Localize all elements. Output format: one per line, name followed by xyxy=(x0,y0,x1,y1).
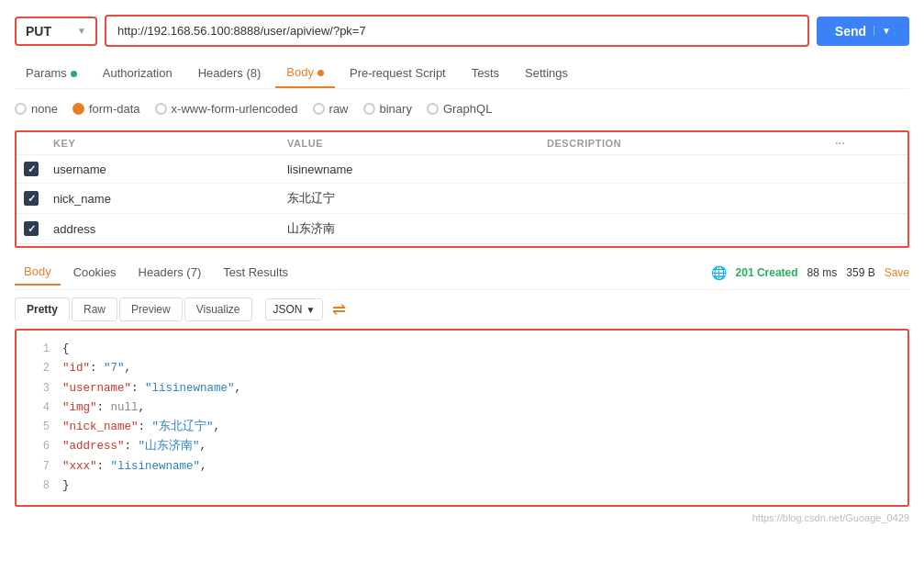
radio-raw[interactable]: raw xyxy=(313,102,349,116)
code-segment: { xyxy=(62,342,70,355)
code-segment: : xyxy=(97,401,111,414)
resp-tab-test-results[interactable]: Test Results xyxy=(214,260,297,285)
line-content: } xyxy=(62,477,70,496)
resp-tab-body[interactable]: Body xyxy=(15,259,61,286)
json-tab-visualize[interactable]: Visualize xyxy=(184,297,252,321)
json-format-label: JSON xyxy=(273,303,303,316)
method-select[interactable]: PUT ▼ xyxy=(15,17,97,46)
resp-tab-headers[interactable]: Headers (7) xyxy=(129,260,211,285)
method-chevron-icon: ▼ xyxy=(77,26,86,36)
row-key: nick_name xyxy=(46,184,280,214)
table-row: ✓address山东济南 xyxy=(17,214,907,244)
th-checkbox xyxy=(17,132,46,155)
th-key: KEY xyxy=(46,132,280,155)
params-dot xyxy=(71,71,77,77)
code-segment: : xyxy=(131,382,145,395)
app-container: PUT ▼ Send ▼ Params Authorization Header… xyxy=(0,0,924,572)
comma: , xyxy=(200,460,207,473)
row-description xyxy=(540,155,828,184)
watermark: https://blog.csdn.net/Guoage_0429 xyxy=(15,512,909,523)
code-line: 6 "address": "山东济南", xyxy=(17,437,907,456)
line-number: 1 xyxy=(24,340,50,359)
json-format-select[interactable]: JSON ▼ xyxy=(265,298,324,320)
params-table: KEY VALUE DESCRIPTION ··· ✓usernamelisin… xyxy=(17,132,907,244)
line-content: "address": "山东济南", xyxy=(62,437,206,456)
body-dot xyxy=(317,70,324,76)
code-segment: "lisinewname" xyxy=(111,460,201,473)
code-line: 5 "nick_name": "东北辽宁", xyxy=(17,418,907,437)
comma: , xyxy=(125,362,132,375)
checkbox-cell: ✓ xyxy=(17,214,46,244)
code-segment: "address" xyxy=(62,440,125,453)
radio-none[interactable]: none xyxy=(15,102,58,116)
code-segment: } xyxy=(62,479,70,492)
json-tabs-row: Pretty Raw Preview Visualize JSON ▼ ⇌ xyxy=(15,297,909,321)
line-number: 2 xyxy=(24,359,50,378)
url-input[interactable] xyxy=(105,15,809,47)
tab-params[interactable]: Params xyxy=(15,59,88,87)
code-segment: "nick_name" xyxy=(62,421,139,433)
code-line: 3 "username": "lisinewname", xyxy=(17,379,907,398)
radio-form-data[interactable]: form-data xyxy=(72,102,140,116)
json-tab-raw[interactable]: Raw xyxy=(72,297,117,321)
row-checkbox[interactable]: ✓ xyxy=(24,191,39,206)
row-value: 东北辽宁 xyxy=(280,184,540,214)
response-size: 359 B xyxy=(846,266,874,279)
th-more[interactable]: ··· xyxy=(828,132,907,155)
row-checkbox[interactable]: ✓ xyxy=(24,162,39,176)
save-link[interactable]: Save xyxy=(885,266,909,279)
checkmark-icon: ✓ xyxy=(28,223,36,235)
line-number: 5 xyxy=(24,418,50,437)
send-button[interactable]: Send ▼ xyxy=(817,17,909,46)
code-segment: "username" xyxy=(62,382,131,395)
line-number: 4 xyxy=(24,398,50,418)
checkmark-icon: ✓ xyxy=(28,163,36,175)
json-tab-pretty[interactable]: Pretty xyxy=(15,297,70,321)
wrap-icon[interactable]: ⇌ xyxy=(332,299,346,320)
code-segment: null xyxy=(111,401,139,414)
row-key: username xyxy=(46,155,280,184)
line-content: "nick_name": "东北辽宁", xyxy=(62,418,220,437)
tab-body[interactable]: Body xyxy=(275,58,335,88)
response-meta: 🌐 201 Created 88 ms 359 B Save xyxy=(711,265,909,280)
globe-icon: 🌐 xyxy=(711,265,727,280)
request-tabs-row: Params Authorization Headers (8) Body Pr… xyxy=(15,58,909,89)
comma: , xyxy=(139,401,146,414)
row-checkbox[interactable]: ✓ xyxy=(24,221,39,236)
radio-graphql[interactable]: GraphQL xyxy=(427,102,492,116)
json-viewer: 1{2 "id": "7",3 "username": "lisinewname… xyxy=(15,329,909,507)
line-number: 6 xyxy=(24,437,50,456)
radio-binary[interactable]: binary xyxy=(363,102,412,116)
code-line: 2 "id": "7", xyxy=(17,359,907,378)
send-label: Send xyxy=(835,24,866,39)
radio-circle-urlencoded xyxy=(155,103,167,115)
code-segment: : xyxy=(139,421,152,433)
resp-tab-cookies[interactable]: Cookies xyxy=(64,260,126,285)
method-label: PUT xyxy=(26,24,51,39)
row-value: lisinewname xyxy=(280,155,540,184)
line-content: "xxx": "lisinewname", xyxy=(62,457,207,477)
comma: , xyxy=(214,421,221,433)
comma: , xyxy=(235,382,242,395)
json-tab-preview[interactable]: Preview xyxy=(119,297,183,321)
code-line: 1{ xyxy=(17,340,907,359)
th-description: DESCRIPTION xyxy=(540,132,828,155)
radio-circle-graphql xyxy=(427,103,439,115)
radio-circle-none xyxy=(15,103,27,115)
tab-authorization[interactable]: Authorization xyxy=(92,59,184,87)
checkbox-cell: ✓ xyxy=(17,184,46,214)
response-tabs: Body Cookies Headers (7) Test Results xyxy=(15,259,297,286)
tab-headers[interactable]: Headers (8) xyxy=(187,59,273,87)
tab-pre-request[interactable]: Pre-request Script xyxy=(339,59,457,87)
code-segment: "xxx" xyxy=(62,460,97,473)
code-segment: "img" xyxy=(62,401,97,414)
code-segment: : xyxy=(97,460,111,473)
code-line: 4 "img": null, xyxy=(17,398,907,418)
th-value: VALUE xyxy=(280,132,540,155)
json-format-chevron-icon: ▼ xyxy=(306,305,316,315)
radio-urlencoded[interactable]: x-www-form-urlencoded xyxy=(155,102,298,116)
code-segment: "山东济南" xyxy=(139,440,200,453)
response-row: Body Cookies Headers (7) Test Results 🌐 … xyxy=(15,259,909,290)
tab-tests[interactable]: Tests xyxy=(461,59,510,87)
tab-settings[interactable]: Settings xyxy=(514,59,579,87)
